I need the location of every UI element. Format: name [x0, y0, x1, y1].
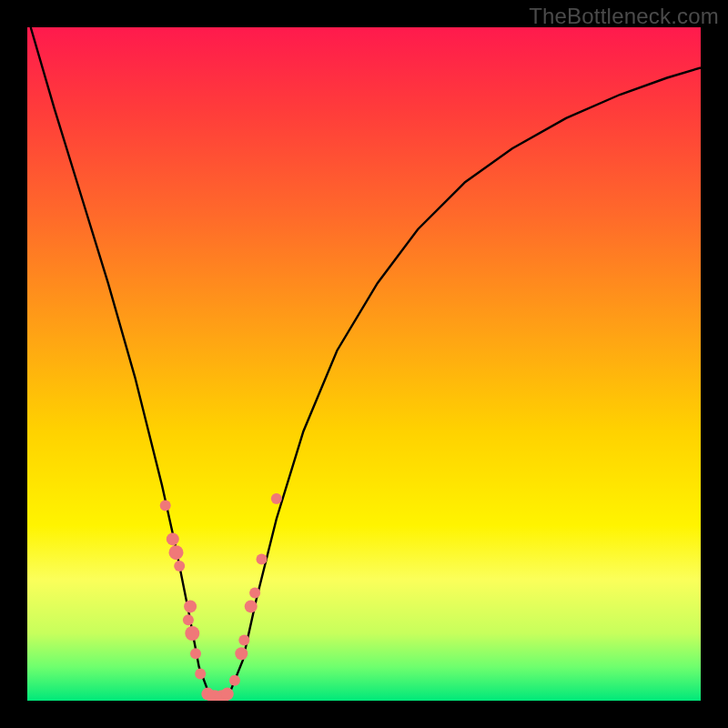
sample-dot: [160, 500, 171, 511]
plot-area: [27, 27, 701, 701]
watermark-text: TheBottleneck.com: [529, 4, 719, 29]
sample-dot: [257, 554, 268, 565]
sample-dot: [174, 561, 185, 571]
sample-dot: [229, 675, 240, 686]
sample-dot: [238, 634, 249, 645]
sample-dot: [185, 626, 199, 641]
sample-dot: [184, 600, 197, 612]
sample-dots: [160, 493, 282, 701]
sample-dot: [221, 688, 234, 701]
sample-dot: [271, 493, 282, 504]
sample-dot: [235, 647, 248, 660]
sample-dot: [169, 545, 184, 560]
bottleneck-curve: [31, 27, 701, 697]
sample-dot: [245, 600, 258, 612]
sample-dot: [195, 668, 206, 679]
chart-frame: TheBottleneck.com: [0, 0, 728, 728]
curve-layer: [27, 27, 701, 701]
sample-dot: [167, 532, 179, 545]
sample-dot: [190, 648, 201, 659]
sample-dot: [183, 614, 194, 625]
sample-dot: [249, 588, 260, 599]
